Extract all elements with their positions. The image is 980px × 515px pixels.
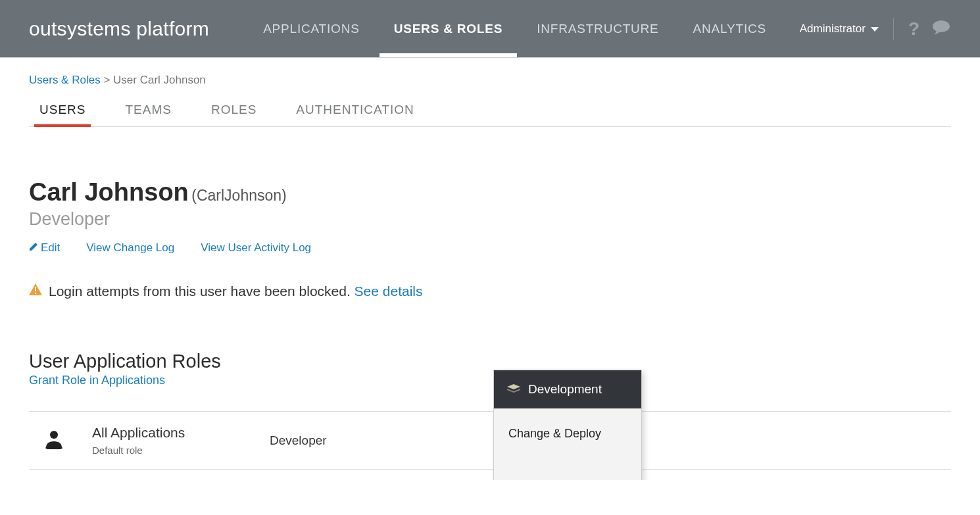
main-nav: APPLICATIONS USERS & ROLES INFRASTRUCTUR… — [249, 0, 800, 57]
breadcrumb-current: User Carl Johnson — [113, 74, 206, 86]
app-sub: Default role — [92, 445, 270, 456]
help-icon[interactable]: ? — [908, 18, 919, 39]
app-info: All Applications Default role — [92, 425, 270, 456]
alert-text: Login attempts from this user have been … — [49, 283, 351, 299]
roles-section-title: User Application Roles — [29, 351, 951, 372]
main-header: outsystems platform APPLICATIONS USERS &… — [0, 0, 980, 58]
svg-rect-2 — [35, 293, 36, 294]
view-activity-log-link[interactable]: View User Activity Log — [201, 241, 311, 255]
svg-point-0 — [933, 20, 950, 32]
user-menu-label: Administrator — [800, 22, 866, 36]
chat-icon[interactable] — [931, 20, 951, 38]
role-col: Developer — [270, 433, 327, 448]
warning-icon — [29, 283, 42, 299]
tab-authentication[interactable]: AUTHENTICATION — [295, 96, 415, 126]
development-popup-title: Development — [528, 382, 602, 397]
content: Users & Roles > User Carl Johnson USERS … — [0, 58, 980, 480]
breadcrumb: Users & Roles > User Carl Johnson — [29, 74, 951, 87]
app-name: All Applications — [92, 425, 270, 441]
development-popup: Development Change & Deploy — [493, 370, 642, 480]
user-name: Carl Johnson — [29, 178, 189, 206]
user-menu[interactable]: Administrator — [800, 22, 879, 36]
nav-users-roles[interactable]: USERS & ROLES — [380, 0, 518, 57]
user-role: Developer — [29, 209, 951, 230]
alert-link[interactable]: See details — [355, 283, 423, 299]
sub-tabs: USERS TEAMS ROLES AUTHENTICATION — [29, 96, 951, 127]
nav-analytics[interactable]: ANALYTICS — [679, 0, 781, 57]
development-popup-header: Development — [494, 370, 641, 408]
stack-icon — [507, 382, 520, 397]
edit-link[interactable]: Edit — [29, 241, 60, 255]
nav-applications[interactable]: APPLICATIONS — [249, 0, 374, 57]
tab-users[interactable]: USERS — [38, 96, 87, 126]
divider — [893, 18, 894, 40]
user-silhouette-icon — [45, 429, 63, 452]
development-popup-body[interactable]: Change & Deploy — [494, 408, 641, 480]
logo: outsystems platform — [29, 18, 209, 40]
grant-role-link[interactable]: Grant Role in Applications — [29, 374, 165, 387]
svg-rect-1 — [35, 287, 36, 291]
user-title: Carl Johnson (CarlJohnson) — [29, 178, 951, 207]
alert: Login attempts from this user have been … — [29, 283, 951, 299]
header-right: Administrator ? — [800, 18, 951, 40]
roles-table: All Applications Default role Developer … — [29, 411, 951, 470]
breadcrumb-sep: > — [103, 74, 110, 86]
action-links: Edit View Change Log View User Activity … — [29, 241, 951, 255]
user-username: (CarlJohnson) — [191, 187, 286, 204]
pencil-icon — [29, 241, 38, 255]
tab-teams[interactable]: TEAMS — [124, 96, 172, 126]
tab-roles[interactable]: ROLES — [210, 96, 258, 126]
table-row: All Applications Default role Developer — [29, 411, 951, 470]
breadcrumb-link[interactable]: Users & Roles — [29, 74, 101, 86]
nav-infrastructure[interactable]: INFRASTRUCTURE — [522, 0, 673, 57]
view-change-log-link[interactable]: View Change Log — [86, 241, 174, 255]
edit-label: Edit — [41, 241, 60, 255]
svg-point-3 — [50, 431, 58, 439]
caret-down-icon — [871, 27, 879, 32]
